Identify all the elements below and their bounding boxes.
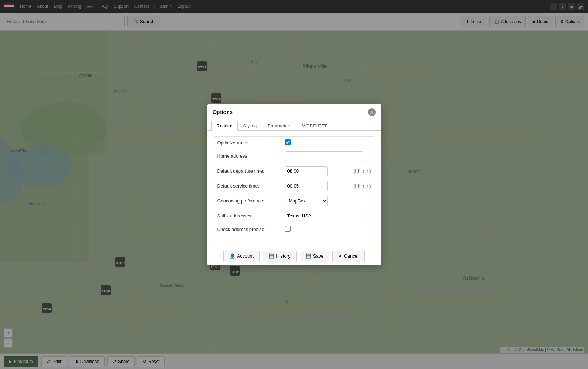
geocoding-control: MapBox Google HERE OSM bbox=[285, 196, 371, 206]
dialog-close-button[interactable]: ✕ bbox=[368, 108, 376, 116]
dialog-tabs: Routing Styling Parameters WEBFLEET bbox=[207, 121, 381, 131]
service-time-input[interactable] bbox=[285, 181, 328, 191]
suffix-control bbox=[285, 211, 371, 221]
service-time-hint: (hh:mm) bbox=[354, 183, 371, 189]
options-dialog: Options ✕ Routing Styling Parameters WEB… bbox=[207, 104, 381, 265]
optimize-routes-checkbox[interactable] bbox=[285, 139, 291, 145]
check-address-row: Check address precise: bbox=[217, 226, 371, 233]
departure-time-row: Default departure time: (hh:mm) bbox=[217, 166, 371, 176]
optimize-routes-control bbox=[285, 139, 371, 146]
departure-time-label: Default departure time: bbox=[217, 168, 285, 174]
service-time-label: Default service time: bbox=[217, 183, 285, 189]
form-box: Optimize routes: Home address: Default d… bbox=[214, 136, 374, 241]
history-button[interactable]: 💾 History bbox=[263, 251, 296, 262]
suffix-input[interactable] bbox=[285, 211, 363, 221]
service-time-control bbox=[285, 181, 351, 191]
departure-time-hint: (hh:mm) bbox=[354, 168, 371, 174]
check-address-checkbox[interactable] bbox=[285, 226, 291, 232]
dialog-overlay: Options ✕ Routing Styling Parameters WEB… bbox=[0, 0, 588, 369]
geocoding-select[interactable]: MapBox Google HERE OSM bbox=[285, 196, 328, 206]
dialog-title: Options bbox=[213, 109, 233, 115]
departure-time-input[interactable] bbox=[285, 166, 328, 176]
dialog-content: Optimize routes: Home address: Default d… bbox=[207, 131, 381, 247]
tab-routing[interactable]: Routing bbox=[211, 121, 238, 131]
dialog-footer: 👤 Account 💾 History 💾 Save ✕ Cancel bbox=[207, 247, 381, 265]
tab-webfleet[interactable]: WEBFLEET bbox=[297, 121, 333, 131]
service-time-row: Default service time: (hh:mm) bbox=[217, 181, 371, 191]
cancel-icon: ✕ bbox=[338, 253, 342, 259]
dialog-header: Options ✕ bbox=[207, 104, 381, 119]
home-address-label: Home address: bbox=[217, 153, 285, 159]
home-address-control bbox=[285, 151, 371, 161]
tab-parameters[interactable]: Parameters bbox=[262, 121, 297, 131]
departure-time-control bbox=[285, 166, 351, 176]
home-address-input[interactable] bbox=[285, 151, 363, 161]
suffix-label: Suffix addresses: bbox=[217, 213, 285, 218]
check-address-control bbox=[285, 226, 371, 233]
account-icon: 👤 bbox=[229, 253, 235, 259]
geocoding-label: Geocoding preference: bbox=[217, 198, 285, 204]
save-button[interactable]: 💾 Save bbox=[300, 251, 330, 262]
account-button[interactable]: 👤 Account bbox=[223, 251, 260, 262]
check-address-label: Check address precise: bbox=[217, 227, 285, 232]
save-icon: 💾 bbox=[306, 253, 311, 259]
history-icon: 💾 bbox=[269, 253, 274, 259]
suffix-row: Suffix addresses: bbox=[217, 211, 371, 221]
home-address-row: Home address: bbox=[217, 151, 371, 161]
tab-styling[interactable]: Styling bbox=[238, 121, 262, 131]
optimize-routes-row: Optimize routes: bbox=[217, 139, 371, 146]
optimize-routes-label: Optimize routes: bbox=[217, 140, 285, 146]
geocoding-row: Geocoding preference: MapBox Google HERE… bbox=[217, 196, 371, 206]
cancel-button[interactable]: ✕ Cancel bbox=[332, 251, 364, 262]
